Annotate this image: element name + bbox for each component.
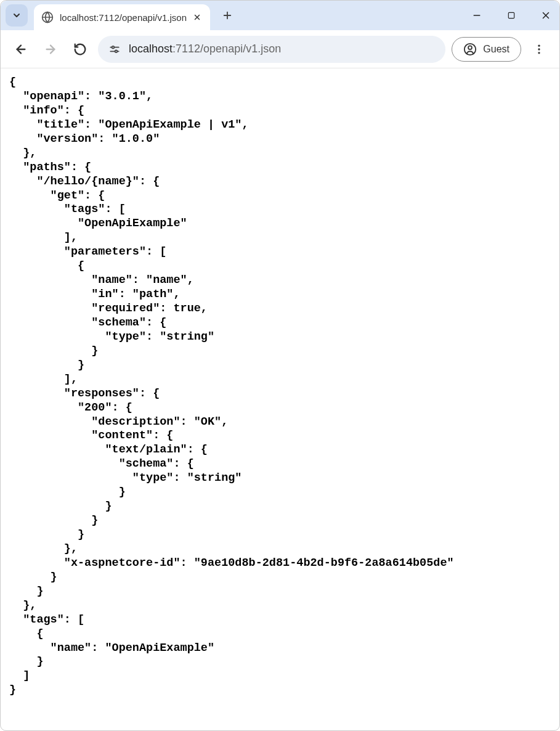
svg-point-18 (538, 44, 540, 46)
svg-point-19 (538, 48, 540, 50)
minimize-button[interactable] (468, 7, 485, 24)
back-button[interactable] (9, 38, 33, 61)
window-controls (468, 1, 554, 30)
more-vertical-icon (533, 43, 545, 55)
profile-label: Guest (483, 44, 509, 55)
plus-icon (222, 10, 233, 21)
arrow-left-icon (14, 43, 28, 56)
browser-chrome: localhost:7112/openapi/v1.json (1, 1, 559, 68)
globe-icon (41, 11, 54, 23)
address-bar[interactable]: localhost:7112/openapi/v1.json (98, 36, 445, 63)
url-path: :7112/openapi/v1.json (172, 43, 281, 55)
svg-point-15 (115, 50, 118, 52)
tab-title: localhost:7112/openapi/v1.json (60, 12, 187, 23)
maximize-icon (507, 11, 516, 20)
forward-button (39, 38, 62, 61)
user-icon (463, 43, 477, 56)
profile-button[interactable]: Guest (452, 37, 521, 62)
minimize-icon (472, 10, 482, 20)
toolbar: localhost:7112/openapi/v1.json Guest (1, 30, 559, 68)
tab-close-button[interactable] (192, 12, 203, 23)
url-text: localhost:7112/openapi/v1.json (129, 43, 281, 55)
browser-tab[interactable]: localhost:7112/openapi/v1.json (34, 4, 210, 30)
tab-search-button[interactable] (6, 4, 28, 27)
new-tab-button[interactable] (217, 6, 237, 25)
arrow-right-icon (44, 43, 57, 56)
close-window-button[interactable] (537, 7, 554, 24)
chevron-down-icon (12, 10, 22, 20)
svg-point-14 (112, 46, 115, 48)
svg-rect-7 (508, 12, 514, 18)
close-icon (193, 13, 201, 22)
tab-bar: localhost:7112/openapi/v1.json (1, 1, 559, 30)
maximize-button[interactable] (503, 7, 520, 24)
svg-point-17 (468, 46, 472, 49)
site-settings-icon[interactable] (108, 43, 121, 56)
svg-point-20 (538, 52, 540, 54)
more-menu-button[interactable] (527, 38, 551, 61)
url-host: localhost (129, 43, 172, 55)
json-content[interactable]: { "openapi": "3.0.1", "info": { "title":… (1, 68, 559, 705)
reload-icon (73, 43, 87, 56)
reload-button[interactable] (68, 38, 92, 61)
close-icon (540, 10, 551, 21)
